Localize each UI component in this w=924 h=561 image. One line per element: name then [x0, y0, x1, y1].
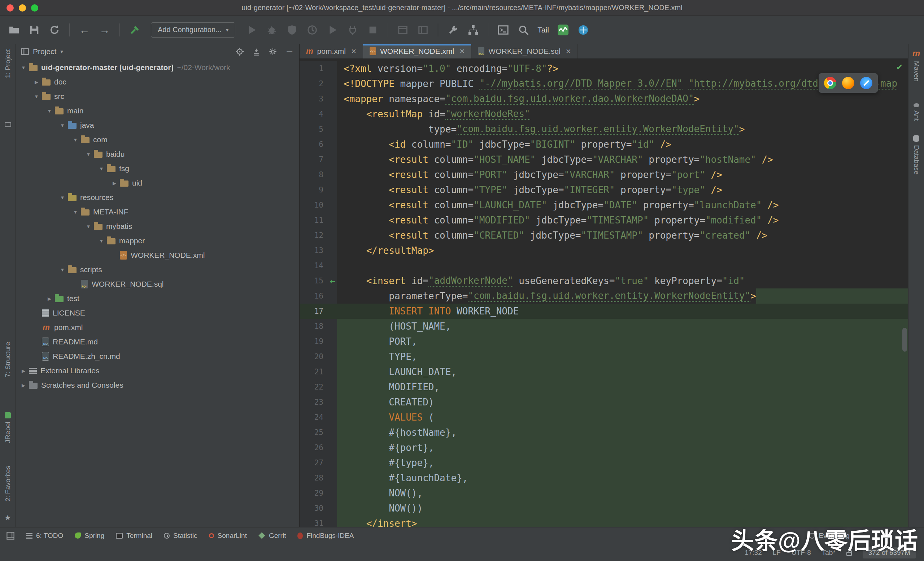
code-line[interactable]: 13 </resultMap> — [300, 243, 908, 258]
profiler-button[interactable] — [304, 22, 321, 38]
run-configurations-dropdown[interactable]: Add Configuration... ▾ — [151, 22, 236, 38]
chevron-down-icon[interactable]: ▼ — [71, 209, 80, 215]
code-line[interactable]: 21 LAUNCH_DATE, — [300, 364, 908, 380]
tree-item-scratches-and-consoles[interactable]: ▶Scratches and Consoles — [16, 378, 299, 392]
code-line[interactable]: 5 type="com.baidu.fsg.uid.worker.entity.… — [300, 122, 908, 137]
tree-item-readme-zh-cn-md[interactable]: MDREADME.zh_cn.md — [16, 349, 299, 363]
code-line[interactable]: 9 <result column="TYPE" jdbcType="INTEGE… — [300, 182, 908, 198]
tree-item-pom-xml[interactable]: mpom.xml — [16, 320, 299, 334]
toolwindow-jrebel-button[interactable]: JRebel — [0, 412, 15, 443]
close-tab-icon[interactable]: × — [351, 47, 356, 56]
build-hammer-icon[interactable] — [126, 22, 143, 38]
code-line[interactable]: 14 — [300, 258, 908, 273]
minimize-button[interactable] — [19, 4, 26, 12]
tail-label[interactable]: Tail — [537, 26, 549, 34]
toolwindow-project-button[interactable]: 1: Project — [0, 49, 15, 78]
tree-item-fsg[interactable]: ▼fsg — [16, 161, 299, 176]
code-line[interactable]: 18 (HOST_NAME, — [300, 319, 908, 334]
monitor-chart-icon[interactable] — [555, 22, 572, 38]
hide-panel-icon[interactable]: ─ — [285, 47, 294, 56]
collapse-all-icon[interactable] — [252, 47, 261, 56]
code-line[interactable]: 30 NOW()) — [300, 501, 908, 516]
tree-item-mapper[interactable]: ▼mapper — [16, 234, 299, 248]
code-line[interactable]: 8 <result column="PORT" jdbcType="VARCHA… — [300, 167, 908, 182]
toolwindow-button-terminal[interactable]: Terminal — [110, 527, 158, 544]
attach-debugger-button[interactable] — [344, 22, 361, 38]
toolwindow-button-6-todo[interactable]: 6: TODO — [20, 527, 69, 544]
code-line[interactable]: 16 parameterType="com.baidu.fsg.uid.work… — [300, 288, 908, 304]
code-line[interactable]: 20 TYPE, — [300, 349, 908, 364]
chevron-down-icon[interactable]: ▼ — [19, 65, 28, 70]
debug-button[interactable] — [264, 22, 280, 38]
code-line[interactable]: 15← <insert id="addWorkerNode" useGenera… — [300, 273, 908, 288]
editor[interactable]: 1<?xml version="1.0" encoding="UTF-8"?>2… — [300, 59, 908, 527]
chevron-right-icon[interactable]: ▶ — [45, 296, 54, 302]
tree-item-baidu[interactable]: ▼baidu — [16, 147, 299, 161]
settings-wrench-icon[interactable] — [445, 22, 461, 38]
tree-item-mybatis[interactable]: ▼mybatis — [16, 219, 299, 234]
chevron-down-icon[interactable]: ▼ — [97, 166, 106, 171]
chevron-right-icon[interactable]: ▶ — [19, 382, 28, 388]
firefox-icon[interactable] — [842, 77, 854, 89]
toolwindow-switcher-icon[interactable] — [4, 529, 17, 543]
pinned-toolwindow-icon[interactable] — [5, 122, 11, 127]
chevron-right-icon[interactable]: ▶ — [110, 180, 119, 186]
code-line[interactable]: 22 MODIFIED, — [300, 380, 908, 394]
code-line[interactable]: 6 <id column="ID" jdbcType="BIGINT" prop… — [300, 137, 908, 152]
toolwindow-structure-button[interactable]: 7: Structure — [0, 342, 15, 377]
code-line[interactable]: 10 <result column="LAUNCH_DATE" jdbcType… — [300, 198, 908, 213]
tree-item-uid[interactable]: ▶uid — [16, 176, 299, 190]
chevron-right-icon[interactable]: ▶ — [19, 368, 28, 374]
code-line[interactable]: 25 #{hostName}, — [300, 425, 908, 440]
synchronize-icon[interactable] — [46, 22, 63, 38]
project-panel-title[interactable]: Project — [33, 47, 56, 56]
code-line[interactable]: 23 CREATED) — [300, 394, 908, 410]
forward-icon[interactable]: → — [96, 22, 113, 38]
close-button[interactable] — [6, 4, 14, 12]
code-line[interactable]: 11 <result column="MODIFIED" jdbcType="T… — [300, 213, 908, 228]
code-line[interactable]: 4 <resultMap id="workerNodeRes" — [300, 106, 908, 122]
code-line[interactable]: 27 #{type}, — [300, 455, 908, 470]
chevron-down-icon[interactable]: ▼ — [32, 94, 41, 99]
toolwindow-button-findbugs-idea[interactable]: FindBugs-IDEA — [292, 527, 360, 544]
code-line[interactable]: 7 <result column="HOST_NAME" jdbcType="V… — [300, 152, 908, 167]
tab-worker-node-xml[interactable]: WORKER_NODE.xml× — [363, 44, 471, 58]
chevron-down-icon[interactable]: ▼ — [45, 108, 54, 114]
tree-item-test[interactable]: ▶test — [16, 291, 299, 306]
toolwindow-favorites-button[interactable]: 2: Favorites — [0, 466, 15, 501]
layout-settings-icon[interactable] — [415, 22, 431, 38]
tree-item-resources[interactable]: ▼resources — [16, 190, 299, 205]
save-all-icon[interactable] — [26, 22, 43, 38]
run-button[interactable] — [243, 22, 260, 38]
console-window-icon[interactable] — [495, 22, 512, 38]
rerun-button[interactable] — [324, 22, 341, 38]
chevron-down-icon[interactable]: ▾ — [60, 48, 63, 55]
chevron-right-icon[interactable]: ▶ — [32, 80, 41, 85]
tree-item-main[interactable]: ▼main — [16, 104, 299, 118]
code-line[interactable]: 28 #{launchDate}, — [300, 470, 908, 486]
code-line[interactable]: 24 VALUES ( — [300, 410, 908, 425]
zoom-button[interactable] — [31, 4, 38, 12]
toolwindow-button-gerrit[interactable]: Gerrit — [253, 527, 292, 544]
chevron-down-icon[interactable]: ▼ — [97, 238, 106, 244]
chevron-down-icon[interactable]: ▼ — [84, 152, 93, 157]
toolwindow-button-sonarlint[interactable]: SonarLint — [203, 527, 253, 544]
tree-item-com[interactable]: ▼com — [16, 132, 299, 147]
code-line[interactable]: 26 #{port}, — [300, 440, 908, 455]
run-coverage-button[interactable] — [284, 22, 300, 38]
toolwindow-button-statistic[interactable]: Statistic — [158, 527, 203, 544]
restore-layout-icon[interactable] — [394, 22, 411, 38]
tab-worker-node-sql[interactable]: SQLWORKER_NODE.sql× — [471, 44, 578, 58]
code-line[interactable]: 17 INSERT INTO WORKER_NODE — [300, 304, 908, 319]
safari-icon[interactable] — [860, 77, 872, 89]
tree-item-scripts[interactable]: ▼scripts — [16, 262, 299, 277]
project-structure-icon[interactable] — [465, 22, 482, 38]
toolwindow-ant-button[interactable]: Ant — [909, 103, 924, 121]
tree-item-doc[interactable]: ▶doc — [16, 75, 299, 89]
chevron-down-icon[interactable]: ▼ — [58, 123, 67, 128]
close-tab-icon[interactable]: × — [459, 47, 465, 56]
chrome-icon[interactable] — [824, 77, 836, 89]
code-line[interactable]: 19 PORT, — [300, 334, 908, 349]
chevron-down-icon[interactable]: ▼ — [84, 224, 93, 229]
search-icon[interactable] — [515, 22, 532, 38]
